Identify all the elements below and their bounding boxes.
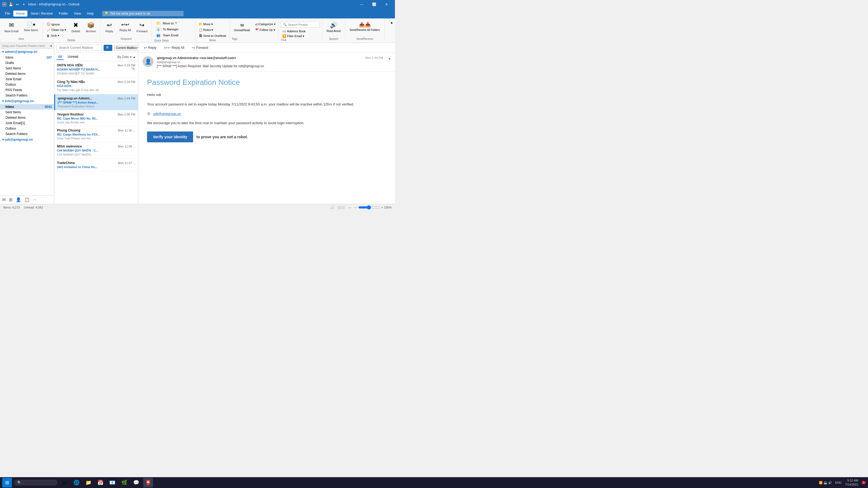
- email-search-button[interactable]: 🔍: [104, 45, 112, 51]
- categorize-button[interactable]: 🏷 Categorize ▾: [254, 22, 277, 27]
- list-item[interactable]: qmigroup.vn Admini... Mon 1:44 PM [*** S…: [54, 94, 138, 110]
- junk-button[interactable]: 🗑Junk ▾: [45, 33, 68, 38]
- menu-help[interactable]: Help: [84, 10, 97, 17]
- sidebar-item-outbox-admin[interactable]: Outbox: [0, 82, 54, 87]
- sidebar-account-info[interactable]: ▾ info@qmigroup.vn: [0, 98, 54, 104]
- people-view-button[interactable]: 👤: [16, 197, 21, 202]
- sidebar-item-rss-admin[interactable]: RSS Feeds: [0, 87, 54, 93]
- sidebar-item-sent-admin[interactable]: Sent Items: [0, 66, 54, 71]
- menu-folder[interactable]: Folder: [56, 10, 71, 17]
- expand-icon[interactable]: ▾: [389, 56, 391, 61]
- close-button[interactable]: ✕: [380, 0, 393, 9]
- rules-label: Rules ▾: [203, 28, 213, 32]
- reading-reply-button[interactable]: ↩ Reply: [142, 44, 159, 51]
- minimize-button[interactable]: —: [355, 0, 368, 9]
- read-aloud-button[interactable]: 🔊 Read Aloud: [324, 21, 343, 34]
- address-book-icon: 📖: [282, 29, 286, 33]
- send-receive-group-label: Send/Receive: [356, 37, 373, 40]
- list-item[interactable]: TradeChina Mon 11:07 ... (AD) Invitation…: [54, 159, 138, 172]
- sidebar-account-ndt[interactable]: ▾ ndt@qmigroup.vn: [0, 137, 54, 142]
- sidebar-item-junk-info[interactable]: Junk Email[1]: [0, 120, 54, 126]
- email-greeting: Hello ndt: [147, 92, 386, 98]
- chevron-right-icon: ▾: [2, 138, 4, 141]
- sidebar-item-deleted-admin[interactable]: Deleted Items: [0, 71, 54, 76]
- email-list-panel: 🔍 Current Mailbox ▾ All Unread By Date ▾…: [54, 43, 138, 204]
- sidebar-item-drafts-admin[interactable]: Drafts: [0, 60, 54, 66]
- sidebar-account-admin[interactable]: ▾ admin@qmigroup.vn: [0, 49, 54, 55]
- reply-label: Reply: [105, 30, 113, 33]
- ribbon: ✉ New Email 📄▾ New Items New 🚫Ignore 🧹Cl…: [0, 19, 395, 43]
- new-items-button[interactable]: 📄▾ New Items: [22, 21, 40, 33]
- list-item[interactable]: Yevgeni Rozhkov Mon 1:06 PM RE: Cape Mir…: [54, 110, 138, 126]
- move-label: Move ▾: [203, 23, 213, 26]
- quickstep-team-email[interactable]: 👥 Team Email: [154, 33, 193, 38]
- view-preview-icon[interactable]: —: [348, 206, 351, 209]
- menu-home[interactable]: Home: [13, 10, 27, 17]
- sidebar-item-search-info[interactable]: Search Folders: [0, 131, 54, 137]
- zoom-plus-icon[interactable]: +: [381, 206, 383, 209]
- reading-reply-all-button[interactable]: ↩↩ Reply All: [162, 44, 187, 51]
- followup-button[interactable]: 🚩 Follow Up ▾: [254, 27, 277, 33]
- calendar-view-button[interactable]: ⊞: [9, 197, 12, 202]
- sidebar-item-sent-info[interactable]: Sent Items: [0, 109, 54, 115]
- tasks-view-button[interactable]: 📋: [24, 197, 30, 202]
- reply-all-button[interactable]: ↩↩ Reply All: [117, 21, 133, 33]
- send-receive-all-button[interactable]: 📤📥 Send/Receive All Folders: [347, 21, 382, 33]
- menu-file[interactable]: File: [2, 10, 13, 17]
- delete-button[interactable]: ✖ Delete: [69, 21, 83, 34]
- quickstep-move-to[interactable]: 📁 Move to: ?: [154, 21, 193, 26]
- ignore-button[interactable]: 🚫Ignore: [45, 22, 68, 27]
- find-group-label: Find: [281, 38, 320, 41]
- new-email-button[interactable]: ✉ New Email: [2, 21, 21, 34]
- sidebar-drag-area: Drag your Favorite Folders Here ◀: [0, 43, 54, 49]
- email-time: Mon 11:07 ...: [118, 161, 135, 165]
- forward-button[interactable]: ↪ Forward: [134, 21, 150, 34]
- address-book-button[interactable]: 📖 Address Book: [281, 29, 307, 33]
- team-email-icon: 👥: [156, 33, 161, 37]
- filter-tab-unread[interactable]: Unread: [66, 54, 80, 60]
- reply-icon: ↩: [107, 22, 112, 29]
- restore-button[interactable]: ⬜: [368, 0, 380, 9]
- list-item[interactable]: MISA meInvoice Mon 11:08 ... CHI NHÁNH Q…: [54, 142, 138, 159]
- sidebar-collapse-icon[interactable]: ◀: [50, 44, 52, 47]
- email-to: ndt@qmigroup.vn: [157, 61, 362, 64]
- sidebar-item-inbox-admin[interactable]: Inbox 167: [0, 55, 54, 60]
- reading-forward-button[interactable]: ↪ Forward: [190, 44, 210, 51]
- reply-button[interactable]: ↩ Reply: [102, 21, 116, 34]
- email-link[interactable]: ndt@qmigroup.vn: [153, 112, 181, 116]
- to-manager-icon: 👔: [156, 27, 161, 31]
- view-compact-icon[interactable]: ⬜: [330, 205, 334, 209]
- view-reading-icon[interactable]: ⬜⬜: [337, 205, 345, 209]
- archive-button[interactable]: 📦 Archive: [84, 21, 98, 34]
- current-mailbox-dropdown[interactable]: Current Mailbox ▾: [114, 45, 141, 51]
- filter-email-button[interactable]: 🔽 Filter Email ▾: [281, 34, 320, 38]
- zoom-slider[interactable]: [358, 205, 380, 209]
- search-people-input[interactable]: [288, 23, 318, 26]
- mail-view-button[interactable]: ✉: [2, 197, 6, 202]
- verify-identity-button[interactable]: Verify your identity: [147, 131, 193, 142]
- sort-dropdown[interactable]: By Date ▾ ▲: [117, 55, 136, 59]
- sidebar-item-search-admin[interactable]: Search Folders: [0, 93, 54, 98]
- more-button[interactable]: ···: [33, 197, 37, 202]
- list-item[interactable]: Phung Chuong Mon 11:30 ... RE: Cargo Man…: [54, 126, 138, 142]
- email-search-input[interactable]: [56, 44, 102, 51]
- sidebar-item-outbox-info[interactable]: Outbox: [0, 126, 54, 131]
- sidebar-item-deleted-info[interactable]: Deleted Items: [0, 115, 54, 120]
- menu-send-receive[interactable]: Send / Receive: [28, 10, 55, 17]
- sidebar-item-inbox-info[interactable]: Inbox 4042: [0, 104, 54, 109]
- clean-up-button[interactable]: 🧹Clean Up ▾: [45, 27, 68, 33]
- onenote-button[interactable]: 📓 Send to OneNote: [197, 33, 227, 38]
- list-item[interactable]: DNTN HOA VIÊN Mon 3:19 PM DOANH NGHIỆP T…: [54, 61, 138, 78]
- search-people-box[interactable]: 🔍: [281, 22, 320, 28]
- rules-button[interactable]: 📋 Rules ▾: [197, 27, 227, 33]
- list-item[interactable]: Công Ty Năm Hầu Mon 2:33 PM HÓA ĐƠN Cty …: [54, 78, 138, 94]
- filter-tab-all[interactable]: All: [56, 54, 64, 60]
- ribbon-collapse-button[interactable]: ▲: [389, 20, 395, 26]
- tell-me-search[interactable]: 💡 Tell me what you want to do: [102, 11, 184, 16]
- quickstep-to-manager[interactable]: 👔 To Manager: [154, 27, 193, 32]
- menu-view[interactable]: View: [71, 10, 84, 17]
- zoom-minus-icon[interactable]: —: [354, 206, 357, 209]
- sidebar-item-junk-admin[interactable]: Junk Email: [0, 76, 54, 82]
- move-button[interactable]: 📂 Move ▾: [197, 22, 227, 27]
- unread-read-button[interactable]: ✉ Unread/Read: [231, 22, 252, 33]
